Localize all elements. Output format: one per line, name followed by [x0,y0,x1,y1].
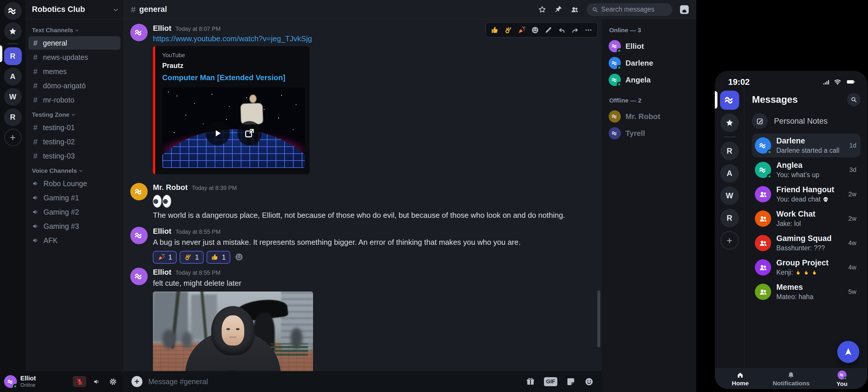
reaction-party-popper[interactable]: 1 [153,251,177,264]
section-testing-zone[interactable]: Testing Zone [28,109,120,120]
forward-button[interactable] [569,24,581,36]
settings-button[interactable] [107,376,119,387]
members-icon[interactable] [570,5,579,14]
section-text-channels[interactable]: Text Channels [28,25,120,35]
message-author[interactable]: Elliot [153,268,172,277]
gift-icon[interactable] [526,377,535,387]
inbox-icon[interactable] [680,5,689,14]
channel-general[interactable]: #general [28,36,120,50]
voice-gaming-1[interactable]: Gaming #1 [28,191,120,204]
conversation-group-project[interactable]: Group Project Kenji: 4w [752,255,861,279]
search-box[interactable] [587,3,673,16]
quick-react-party-button[interactable] [516,24,527,36]
reaction-ok-hand[interactable]: 1 [180,251,204,264]
star-icon[interactable] [538,5,547,14]
more-actions-button[interactable] [583,24,594,36]
nav-home[interactable]: Home [715,371,766,387]
youtube-link[interactable]: https://www.youtube.com/watch?v=jeg_TJvk… [153,34,312,43]
member-mr-robot[interactable]: Mr. Robot [608,108,692,125]
search-button[interactable] [847,93,861,106]
add-reaction-button[interactable] [529,24,540,36]
server-r[interactable]: R [720,142,739,160]
new-message-fab[interactable] [837,341,859,363]
search-input[interactable] [601,5,667,13]
member-elliot[interactable]: Elliot [608,38,692,55]
play-button[interactable] [206,121,230,145]
section-voice-channels[interactable]: Voice Channels [28,166,120,176]
user-avatar[interactable] [4,375,17,388]
server-w[interactable]: W [4,88,22,106]
voice-gaming-3[interactable]: Gaming #3 [28,220,120,233]
pin-icon[interactable] [554,5,563,14]
conversation-gaming-squad[interactable]: Gaming Squad Basshunter: ??? 4w [752,231,861,255]
voice-robo-lounge[interactable]: Robo Lounge [28,177,120,190]
timestamp: 4w [848,264,858,271]
server-a[interactable]: A [4,68,22,85]
reaction-thumbs-up[interactable]: 1 [207,251,230,264]
nav-notifications[interactable]: Notifications [766,371,816,387]
quick-react-ok-hand-button[interactable] [503,24,514,36]
offline-section-label: Offline — 2 [609,97,692,104]
server-r2[interactable]: R [720,209,739,227]
avatar[interactable] [130,227,148,244]
message-input[interactable] [148,377,520,386]
channel-testing-02[interactable]: #testing-02 [28,135,120,148]
reply-button[interactable] [556,24,567,36]
server-header[interactable]: Robotics Club [26,0,123,19]
server-robotics-club[interactable]: R [4,47,22,65]
conversation-friend-hangout[interactable]: Friend Hangout You: dead chat 2w [752,183,861,206]
attached-photo[interactable] [153,291,313,371]
message-author[interactable]: Mr. Robot [153,183,188,192]
message-author[interactable]: Elliot [153,24,172,33]
gif-picker-button[interactable]: GIF [544,377,557,386]
channel-mr-roboto[interactable]: #mr-roboto [28,93,120,107]
youtube-embed-card: YouTube Prautz Computer Man [Extended Ve… [153,46,310,174]
scrollbar-thumb[interactable] [597,290,600,347]
conversation-anglea[interactable]: Anglea You: what’s up 3d [752,158,861,182]
edit-message-button[interactable] [543,24,554,36]
conversation-memes[interactable]: Memes Mateo: haha 5w [752,280,861,304]
channel-memes[interactable]: #memes [28,65,120,78]
home-server-button[interactable] [4,2,22,20]
embed-author[interactable]: Prautz [162,61,303,70]
member-tyrell[interactable]: Tyrell [608,125,692,142]
embed-video-title[interactable]: Computer Man [Extended Version] [162,73,303,82]
avatar[interactable] [130,24,148,41]
voice-afk[interactable]: AFK [28,234,120,247]
sticker-icon[interactable] [566,377,576,387]
conversation-work-chat[interactable]: Work Chat Jake: lol 2w [752,207,861,230]
add-server-button[interactable]: + [720,231,739,250]
voice-gaming-2[interactable]: Gaming #2 [28,205,120,219]
video-thumbnail[interactable] [162,87,305,168]
personal-notes-row[interactable]: Personal Notes [752,113,861,129]
channel-testing-01[interactable]: #testing-01 [28,121,120,134]
party-popper-emoji [158,253,165,261]
wave-logo-icon [724,94,736,106]
add-reaction-button[interactable] [235,252,244,262]
deafen-button[interactable] [91,376,102,387]
avatar[interactable] [130,268,148,285]
favorites-button[interactable] [4,22,22,40]
open-external-button[interactable] [237,121,262,145]
home-server-button[interactable] [720,91,739,110]
channel-testing-03[interactable]: #testing-03 [28,149,120,163]
avatar[interactable] [130,183,148,200]
member-darlene[interactable]: Darlene [608,55,692,72]
thumbs-up-emoji [491,26,499,34]
mic-muted-button[interactable] [73,376,86,387]
favorites-button[interactable] [720,114,739,132]
mobile-app-window: 19:02 R A W R + Messages [715,71,867,389]
add-server-button[interactable]: + [4,129,22,146]
conversation-darlene[interactable]: Darlene Darlene started a call 1d [752,134,861,158]
attach-button[interactable]: + [131,376,143,387]
member-angela[interactable]: Angela [608,72,692,88]
nav-you[interactable]: You [817,370,867,387]
quick-react-thumbs-up-button[interactable] [489,24,500,36]
server-r2[interactable]: R [4,108,22,126]
message-author[interactable]: Elliot [153,227,172,236]
channel-domo-arigato[interactable]: #dōmo-arigatō [28,79,120,92]
server-w[interactable]: W [720,187,739,205]
emoji-picker-icon[interactable] [584,377,594,387]
server-a[interactable]: A [720,164,739,183]
channel-news-updates[interactable]: #news-updates [28,51,120,64]
